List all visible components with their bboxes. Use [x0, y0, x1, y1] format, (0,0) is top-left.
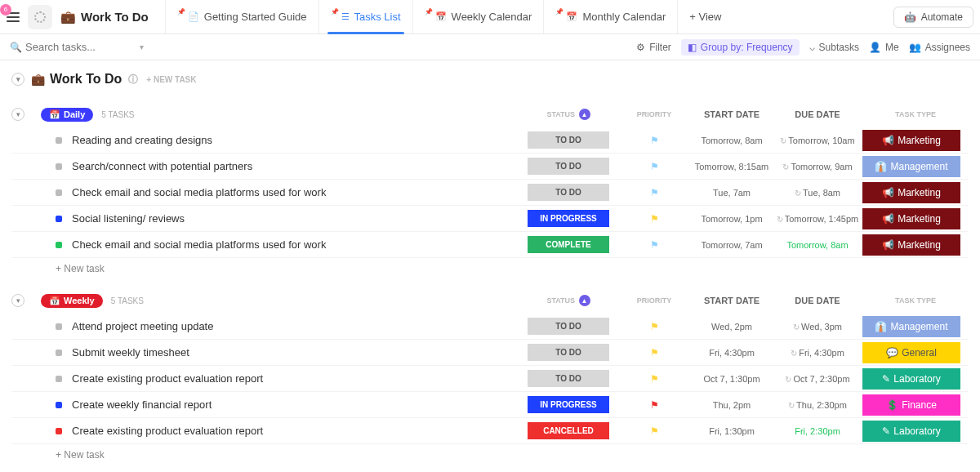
task-name[interactable]: Attend project meeting update [72, 320, 213, 332]
col-priority[interactable]: PRIORITY [617, 110, 691, 118]
task-row[interactable]: Create existing product evaluation repor… [11, 366, 969, 392]
subtasks-button[interactable]: ⌵Subtasks [809, 42, 859, 53]
col-priority[interactable]: PRIORITY [617, 296, 691, 305]
task-name[interactable]: Submit weekly timesheet [72, 346, 189, 358]
task-name[interactable]: Reading and creating designs [72, 134, 212, 146]
task-row[interactable]: Search/connect with potential partnersTO… [11, 154, 969, 180]
group-by-button[interactable]: ◧Group by: Frequency [681, 39, 800, 56]
task-name[interactable]: Check email and social media platforms u… [72, 186, 326, 198]
due-date[interactable]: ↻Wed, 3pm [773, 322, 862, 332]
task-row[interactable]: Social listening/ reviewsIN PROGRESS⚑Tom… [11, 206, 969, 232]
start-date[interactable]: Oct 7, 1:30pm [691, 374, 773, 384]
new-task-row[interactable]: + New task [11, 263, 969, 274]
start-date[interactable]: Wed, 2pm [691, 322, 773, 332]
col-start-date[interactable]: START DATE [691, 109, 773, 119]
sort-icon[interactable]: ▲ [579, 109, 590, 120]
tab-getting-started-guide[interactable]: 📌📄Getting Started Guide [165, 0, 318, 33]
task-status-square[interactable] [56, 163, 62, 170]
status-pill[interactable]: TO DO [528, 158, 609, 175]
task-name[interactable]: Create existing product evaluation repor… [72, 372, 263, 385]
flag-icon[interactable]: ⚑ [650, 161, 659, 172]
start-date[interactable]: Thu, 2pm [691, 400, 773, 410]
col-task-type[interactable]: TASK TYPE [862, 296, 969, 305]
task-row[interactable]: Check email and social media platforms u… [11, 232, 969, 258]
flag-icon[interactable]: ⚑ [650, 321, 659, 332]
task-type-pill[interactable]: 👔Management [862, 156, 960, 177]
task-row[interactable]: Submit weekly timesheetTO DO⚑Fri, 4:30pm… [11, 340, 969, 366]
task-type-pill[interactable]: 📢Marketing [862, 182, 960, 203]
status-pill[interactable]: IN PROGRESS [528, 210, 609, 227]
task-name[interactable]: Search/connect with potential partners [72, 160, 252, 172]
start-date[interactable]: Tue, 7am [691, 188, 773, 198]
new-task-button[interactable]: + NEW TASK [146, 75, 196, 84]
flag-icon[interactable]: ⚑ [650, 347, 659, 358]
info-icon[interactable]: ⓘ [128, 73, 138, 87]
group-badge-daily[interactable]: 📅Daily [41, 108, 93, 122]
status-pill[interactable]: COMPLETE [528, 236, 609, 253]
start-date[interactable]: Tomorrow, 7am [691, 240, 773, 250]
due-date[interactable]: ↻Thu, 2:30pm [773, 400, 862, 410]
due-date[interactable]: Fri, 2:30pm [773, 426, 862, 436]
menu-icon[interactable]: 6 [7, 12, 20, 22]
flag-icon[interactable]: ⚑ [650, 187, 659, 198]
task-status-square[interactable] [56, 137, 62, 144]
group-collapse[interactable]: ▾ [11, 108, 24, 121]
tab-tasks-list[interactable]: 📌☰Tasks List [318, 0, 412, 33]
status-pill[interactable]: TO DO [528, 370, 609, 387]
task-name[interactable]: Create weekly financial report [72, 399, 212, 411]
task-type-pill[interactable]: 📢Marketing [862, 208, 960, 229]
task-row[interactable]: Attend project meeting updateTO DO⚑Wed, … [11, 314, 969, 340]
task-status-square[interactable] [56, 402, 62, 408]
task-type-pill[interactable]: 💲Finance [862, 394, 960, 416]
chevron-down-icon[interactable]: ▾ [140, 42, 144, 51]
me-button[interactable]: 👤Me [869, 42, 899, 53]
status-pill[interactable]: TO DO [528, 131, 609, 149]
task-row[interactable]: Check email and social media platforms u… [11, 180, 969, 206]
task-status-square[interactable] [56, 428, 62, 434]
flag-icon[interactable]: ⚑ [650, 399, 659, 411]
automate-button[interactable]: 🤖 Automate [893, 7, 973, 28]
group-badge-weekly[interactable]: 📅Weekly [41, 294, 103, 308]
task-type-pill[interactable]: ✎Laboratory [862, 368, 960, 390]
tab-monthly-calendar[interactable]: 📌📅Monthly Calendar [543, 0, 678, 33]
start-date[interactable]: Fri, 4:30pm [691, 348, 773, 358]
flag-icon[interactable]: ⚑ [650, 373, 659, 385]
start-date[interactable]: Tomorrow, 1pm [691, 214, 773, 224]
status-pill[interactable]: TO DO [528, 184, 609, 201]
status-pill[interactable]: TO DO [528, 344, 609, 361]
task-name[interactable]: Check email and social media platforms u… [72, 238, 326, 251]
tab-weekly-calendar[interactable]: 📌📅Weekly Calendar [412, 0, 544, 33]
task-row[interactable]: Reading and creating designsTO DO⚑Tomorr… [11, 127, 969, 154]
col-start-date[interactable]: START DATE [691, 296, 773, 305]
task-status-square[interactable] [56, 189, 62, 196]
search-input[interactable] [25, 41, 140, 53]
task-status-square[interactable] [56, 350, 62, 356]
task-type-pill[interactable]: 👔Management [862, 316, 960, 337]
assignees-button[interactable]: 👥Assignees [909, 42, 970, 53]
status-pill[interactable]: CANCELLED [528, 422, 609, 439]
due-date[interactable]: ↻Tomorrow, 1:45pm [773, 214, 862, 224]
due-date[interactable]: ↻Tue, 8am [773, 188, 862, 198]
task-status-square[interactable] [56, 216, 62, 222]
col-status[interactable]: STATUS ▲ [519, 109, 617, 120]
new-task-row[interactable]: + New task [11, 449, 969, 461]
col-status[interactable]: STATUS ▲ [519, 295, 617, 306]
group-collapse[interactable]: ▾ [11, 294, 24, 307]
collapse-toggle[interactable]: ▾ [11, 73, 24, 86]
task-type-pill[interactable]: 📢Marketing [862, 234, 960, 256]
filter-button[interactable]: ⚙Filter [636, 42, 671, 53]
task-row[interactable]: Create existing product evaluation repor… [11, 418, 969, 444]
due-date[interactable]: ↻Oct 7, 2:30pm [773, 374, 862, 384]
flag-icon[interactable]: ⚑ [650, 135, 659, 146]
sort-icon[interactable]: ▲ [579, 295, 590, 306]
task-type-pill[interactable]: ✎Laboratory [862, 421, 960, 442]
task-name[interactable]: Social listening/ reviews [72, 212, 185, 225]
task-status-square[interactable] [56, 323, 62, 330]
task-row[interactable]: Create weekly financial reportIN PROGRES… [11, 392, 969, 418]
flag-icon[interactable]: ⚑ [650, 213, 659, 225]
due-date[interactable]: ↻Tomorrow, 10am [773, 136, 862, 145]
start-date[interactable]: Tomorrow, 8:15am [691, 162, 773, 171]
due-date[interactable]: ↻Tomorrow, 9am [773, 162, 862, 171]
due-date[interactable]: ↻Fri, 4:30pm [773, 348, 862, 358]
col-due-date[interactable]: DUE DATE [773, 109, 862, 119]
